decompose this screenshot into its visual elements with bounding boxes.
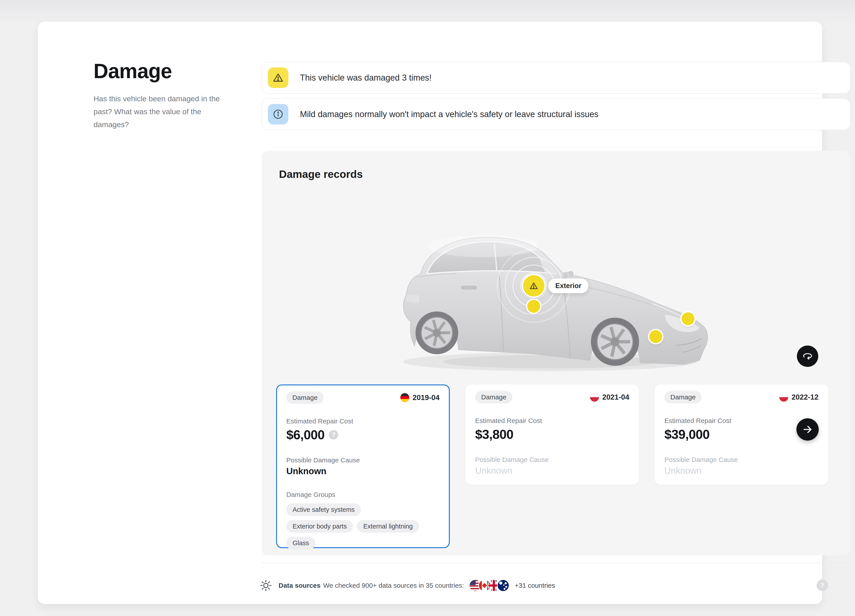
info-circle-icon (268, 104, 288, 124)
repair-cost-label: Estimated Repair Cost (475, 417, 629, 424)
page-title: Damage (93, 60, 172, 83)
next-records-button[interactable] (797, 418, 819, 441)
damage-date: 2021-04 (602, 393, 629, 401)
damage-records-title: Damage records (279, 168, 363, 180)
data-sources-text: We checked 900+ data sources in 35 count… (323, 582, 464, 589)
damage-cause-value: Unknown (664, 466, 818, 476)
exterior-tooltip-label: Exterior (555, 282, 581, 290)
damage-badge: Damage (664, 391, 702, 403)
help-icon[interactable]: ? (817, 579, 828, 591)
damage-cause-label: Possible Damage Cause (287, 457, 440, 464)
damage-marker-exterior[interactable] (523, 275, 544, 297)
damage-date-row: 2021-04 (590, 393, 629, 401)
warning-banner-text: This vehicle was damaged 3 times! (300, 73, 432, 83)
damage-dot-bumper[interactable] (649, 330, 662, 343)
poland-flag-icon (779, 393, 788, 401)
damage-group-tag: External lightning (357, 520, 419, 533)
exterior-tooltip: Exterior (548, 279, 588, 293)
data-sources-label: Data sources (279, 582, 320, 589)
damage-date: 2022-12 (792, 393, 818, 401)
damage-group-tag: Exterior body parts (287, 520, 353, 533)
damage-date-row: 2019-04 (400, 393, 440, 402)
vehicle-history-damage-page: Damage Has this vehicle been damaged in … (0, 0, 855, 616)
damage-dot-headlight[interactable] (682, 313, 694, 325)
germany-flag-icon (400, 393, 409, 402)
damage-date-row: 2022-12 (779, 393, 818, 401)
country-flags (469, 579, 509, 592)
damage-groups-label: Damage Groups (287, 491, 440, 498)
warning-banner: This vehicle was damaged 3 times! (262, 62, 850, 94)
data-sources-footer: Data sources We checked 900+ data source… (259, 578, 849, 593)
damage-group-tag: Active safety systems (287, 503, 361, 516)
footer-divider (262, 562, 850, 563)
warning-triangle-icon (268, 67, 288, 88)
australia-flag-icon (497, 579, 509, 592)
repair-cost-value: $6,000 (287, 427, 325, 442)
damage-records-panel: Damage records (262, 151, 850, 555)
damage-date: 2019-04 (412, 393, 440, 402)
repair-cost-value: $39,000 (664, 427, 709, 442)
more-countries-label: +31 countries (515, 582, 555, 589)
damage-groups-list: Active safety systems Exterior body part… (287, 503, 424, 549)
data-sources-icon (259, 579, 272, 592)
damage-cause-label: Possible Damage Cause (664, 456, 818, 463)
damage-card-2021[interactable]: Damage 2021-04 Estimated Repair Cost $3,… (465, 385, 639, 485)
damage-cause-value: Unknown (287, 466, 440, 476)
poland-flag-icon (590, 393, 599, 401)
cost-help-icon[interactable]: ? (329, 430, 338, 440)
top-gradient (0, 0, 855, 25)
damage-card-2019[interactable]: Damage 2019-04 Estimated Repair Cost $6,… (276, 385, 450, 548)
damage-section-card: Damage Has this vehicle been damaged in … (38, 21, 822, 604)
rotate-view-button[interactable] (797, 346, 818, 367)
repair-cost-label: Estimated Repair Cost (287, 417, 440, 425)
damage-group-tag: Glass (287, 537, 315, 549)
damage-badge: Damage (287, 391, 323, 404)
damage-badge: Damage (475, 391, 512, 403)
vehicle-damage-diagram: Exterior (390, 218, 719, 373)
damage-dot-door[interactable] (527, 300, 540, 313)
damage-cause-label: Possible Damage Cause (475, 456, 629, 463)
info-banner-text: Mild damages normally won't impact a veh… (300, 110, 599, 119)
repair-cost-label: Estimated Repair Cost (664, 417, 818, 424)
damage-cause-value: Unknown (475, 466, 629, 476)
page-description: Has this vehicle been damaged in the pas… (93, 92, 231, 131)
repair-cost-value: $3,800 (475, 427, 513, 442)
info-banner: Mild damages normally won't impact a veh… (262, 98, 850, 130)
